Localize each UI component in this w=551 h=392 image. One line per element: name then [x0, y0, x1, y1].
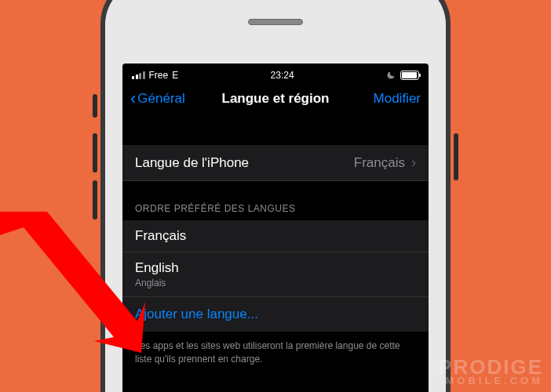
clock: 23:24 [271, 70, 294, 81]
phone-language-value: Français › [354, 154, 416, 171]
status-right [386, 71, 419, 80]
screen: Free E 23:24 ‹ Général L [122, 64, 429, 392]
battery-icon [400, 71, 419, 80]
language-row[interactable]: Français [122, 220, 429, 252]
language-row[interactable]: English Anglais [122, 252, 429, 297]
power-button [454, 133, 458, 180]
phone-bezel: Free E 23:24 ‹ Général L [105, 0, 446, 392]
phone-frame: Free E 23:24 ‹ Général L [100, 0, 451, 392]
back-label: Général [137, 91, 184, 107]
watermark-domain: MOBILE.COM [438, 376, 543, 386]
watermark-brand: PRODIGE [438, 357, 543, 377]
back-button[interactable]: ‹ Général [130, 90, 185, 107]
section-header: ORDRE PRÉFÉRÉ DES LANGUES [122, 181, 429, 220]
phone-language-label: Langue de l'iPhone [135, 155, 249, 171]
chevron-right-icon: › [411, 154, 416, 171]
edit-button[interactable]: Modifier [374, 91, 421, 107]
volume-up-button [93, 133, 97, 172]
speaker-grille [248, 19, 303, 25]
status-left: Free E [132, 70, 178, 81]
chevron-left-icon: ‹ [130, 90, 136, 107]
volume-down-button [93, 180, 97, 220]
page-title: Langue et région [222, 91, 330, 107]
nav-bar: ‹ Général Langue et région Modifier [122, 84, 429, 117]
footer-text: Les apps et les sites web utiliseront la… [122, 332, 429, 374]
spacer [122, 117, 429, 145]
mute-switch [93, 94, 97, 118]
status-bar: Free E 23:24 [122, 64, 429, 84]
dnd-moon-icon [386, 71, 396, 80]
carrier-label: Free [149, 70, 169, 81]
language-subtitle: Anglais [135, 278, 416, 289]
language-name: English [135, 260, 416, 276]
language-name: Français [135, 228, 416, 244]
network-label: E [172, 70, 178, 81]
signal-icon [132, 71, 145, 79]
phone-language-row[interactable]: Langue de l'iPhone Français › [122, 145, 429, 181]
watermark: PRODIGE MOBILE.COM [438, 357, 543, 386]
add-language-button[interactable]: Ajouter une langue... [122, 297, 429, 332]
